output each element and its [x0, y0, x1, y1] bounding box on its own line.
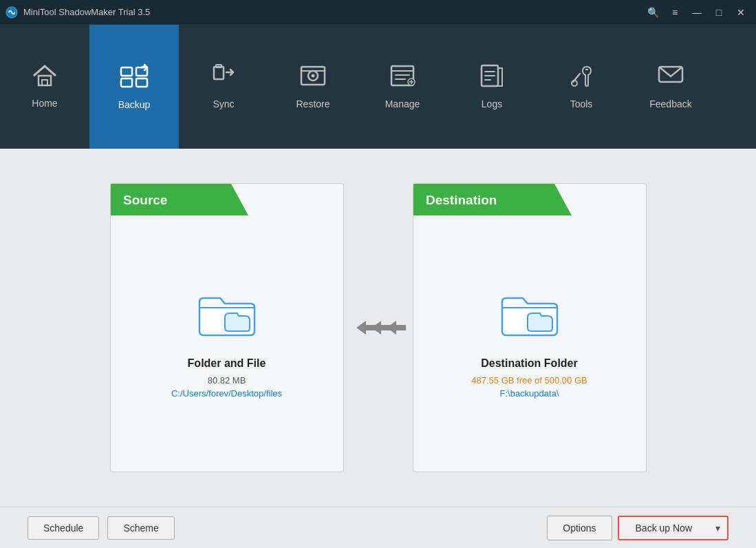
search-button[interactable]: 🔍 — [643, 4, 662, 21]
svg-rect-7 — [214, 67, 224, 79]
backup-now-group: Back up Now ▾ — [618, 516, 728, 540]
app-title: MiniTool ShadowMaker Trial 3.5 — [23, 7, 150, 17]
svg-rect-5 — [121, 78, 132, 87]
home-icon — [31, 63, 58, 92]
svg-rect-6 — [136, 78, 147, 87]
svg-point-11 — [312, 74, 315, 77]
logs-icon — [478, 63, 506, 93]
destination-folder-icon — [499, 288, 561, 341]
content-area: Source Folder and File 80.82 MB — [0, 149, 756, 548]
close-button[interactable]: ✕ — [731, 4, 750, 21]
source-title: Folder and File — [188, 357, 266, 370]
schedule-button[interactable]: Schedule — [28, 516, 99, 540]
nav-label-feedback: Feedback — [649, 98, 691, 109]
backup-icon — [118, 62, 150, 94]
destination-panel-body[interactable]: Destination Folder 487.55 GB free of 500… — [413, 215, 646, 472]
nav-item-logs[interactable]: Logs — [447, 25, 537, 149]
bottom-left-buttons: Schedule Scheme — [28, 516, 175, 540]
nav-item-sync[interactable]: Sync — [179, 25, 268, 149]
nav-label-home: Home — [32, 98, 57, 109]
nav-label-restore: Restore — [296, 98, 330, 109]
menu-button[interactable]: ≡ — [665, 4, 684, 21]
sync-icon — [210, 63, 237, 93]
tools-icon — [568, 63, 595, 93]
destination-panel[interactable]: Destination Destination Folder 487 — [413, 183, 647, 472]
nav-item-home[interactable]: Home — [0, 25, 89, 149]
destination-space: 487.55 GB free of 500.00 GB — [471, 375, 587, 386]
nav-item-manage[interactable]: Manage — [358, 25, 447, 149]
nav-label-manage: Manage — [385, 98, 420, 109]
nav-item-tools[interactable]: Tools — [537, 25, 626, 149]
destination-title: Destination Folder — [481, 357, 577, 370]
nav-item-backup[interactable]: Backup — [89, 25, 179, 149]
source-path: C:/Users/forev/Desktop/files — [171, 388, 282, 399]
destination-header-bg: Destination — [413, 184, 572, 215]
source-folder-icon — [196, 288, 258, 341]
arrow-area — [344, 314, 413, 341]
title-bar-left: MiniTool ShadowMaker Trial 3.5 — [6, 6, 150, 19]
destination-path: F:\backupdata\ — [500, 388, 559, 399]
nav-label-logs: Logs — [482, 98, 502, 109]
bottom-right-buttons: Options Back up Now ▾ — [547, 516, 728, 540]
backup-panels: Source Folder and File 80.82 MB — [28, 169, 728, 486]
bottom-bar: Schedule Scheme Options Back up Now ▾ — [0, 507, 756, 548]
svg-text:Destination: Destination — [426, 193, 497, 207]
restore-icon — [299, 63, 327, 93]
nav-item-restore[interactable]: Restore — [268, 25, 358, 149]
scheme-button[interactable]: Scheme — [107, 516, 174, 540]
minimize-button[interactable]: — — [687, 4, 706, 21]
nav-label-tools: Tools — [570, 98, 593, 109]
title-bar-controls: 🔍 ≡ — □ ✕ — [643, 4, 750, 21]
svg-text:Source: Source — [123, 193, 167, 207]
source-panel-body[interactable]: Folder and File 80.82 MB C:/Users/forev/… — [111, 215, 343, 472]
feedback-icon — [656, 63, 685, 93]
options-button[interactable]: Options — [547, 516, 612, 540]
manage-icon — [389, 63, 416, 93]
nav-bar: Home Backup — [0, 25, 756, 149]
svg-rect-3 — [121, 67, 132, 76]
source-size: 80.82 MB — [208, 375, 246, 386]
nav-label-sync: Sync — [213, 98, 234, 109]
forward-arrows-icon — [351, 314, 406, 341]
app-logo-icon — [6, 6, 18, 19]
title-bar: MiniTool ShadowMaker Trial 3.5 🔍 ≡ — □ ✕ — [0, 0, 756, 25]
backup-now-dropdown-button[interactable]: ▾ — [709, 516, 728, 540]
source-panel[interactable]: Source Folder and File 80.82 MB — [110, 183, 344, 472]
app-body: Home Backup — [0, 25, 756, 548]
main-content: Source Folder and File 80.82 MB — [0, 149, 756, 507]
nav-label-backup: Backup — [118, 99, 151, 110]
maximize-button[interactable]: □ — [709, 4, 728, 21]
backup-now-button[interactable]: Back up Now — [618, 516, 709, 540]
nav-item-feedback[interactable]: Feedback — [626, 25, 715, 149]
source-header-bg: Source — [111, 184, 248, 215]
